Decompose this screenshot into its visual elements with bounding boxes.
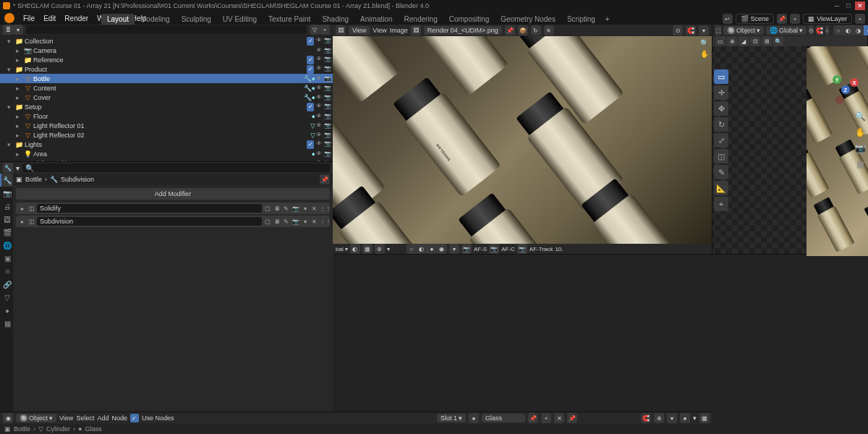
neg-axis[interactable]: [835, 95, 844, 104]
cursor-icon[interactable]: ⊕: [727, 36, 737, 46]
gizmo-3[interactable]: ◑: [854, 25, 864, 35]
transform-tool[interactable]: ◫: [714, 149, 728, 163]
tab-texture-paint[interactable]: Texture Paint: [263, 14, 316, 25]
shading-4[interactable]: ◉: [437, 244, 447, 254]
tab-world[interactable]: 🌐: [0, 239, 13, 252]
tree-cover[interactable]: ▸▽Cover🔧●👁📷: [0, 93, 333, 102]
image-name-field[interactable]: Render 04_<UDIM>.png: [424, 26, 502, 35]
tab-sculpting[interactable]: Sculpting: [176, 14, 217, 25]
search-icon[interactable]: 🔍: [773, 36, 783, 46]
mod-toggle-2[interactable]: 🖥: [273, 218, 281, 225]
tree-content[interactable]: ▸▽Content🔧●👁📷: [0, 83, 333, 93]
material-name-field[interactable]: Glass: [482, 414, 525, 422]
viewlayer-selector[interactable]: ▦ViewLayer: [803, 14, 852, 24]
mod-toggle-1[interactable]: ▢: [263, 205, 271, 212]
mod-toggle-4[interactable]: 📷: [292, 205, 299, 212]
tab-object[interactable]: ▣: [0, 252, 13, 265]
add-tool[interactable]: +: [714, 197, 728, 211]
expand-icon[interactable]: ▸: [18, 218, 26, 225]
tree-product[interactable]: ▾📁Product✓👁📷: [0, 64, 333, 74]
viewport-scene[interactable]: ▭ ✛ ✥ ↻ ⤢ ◫ ✎ 📐 + X Y Z 🔍 ✋ 📷 ▦: [712, 46, 867, 254]
scale-tool[interactable]: ⤢: [714, 133, 728, 148]
x-axis[interactable]: X: [850, 78, 859, 87]
tool-icon-1[interactable]: ◢: [739, 36, 749, 46]
pin-icon[interactable]: 📌: [567, 413, 577, 423]
menu-view[interactable]: View: [59, 414, 73, 422]
tab-geometry-nodes[interactable]: Geometry Nodes: [495, 14, 561, 25]
bc-bottle[interactable]: Bottle: [14, 425, 30, 433]
af-icon-3[interactable]: 📷: [517, 244, 527, 254]
add-workspace-button[interactable]: +: [601, 14, 614, 25]
proportional-icon[interactable]: ○: [825, 25, 829, 35]
y-axis[interactable]: Y: [833, 75, 841, 84]
mod-menu-icon[interactable]: ▾: [301, 205, 309, 212]
new-collection-icon[interactable]: +: [320, 25, 330, 35]
use-nodes-check[interactable]: ✓: [130, 414, 139, 422]
scene-selector[interactable]: 🎬Scene: [736, 14, 775, 24]
tree-reference[interactable]: ▸📁Reference✓👁📷: [0, 55, 333, 64]
bc-mod[interactable]: Subdivision: [61, 176, 94, 183]
overlay-icon[interactable]: ⊕: [375, 244, 385, 254]
bc-obj[interactable]: Bottle: [25, 176, 42, 183]
menu-select[interactable]: Select: [76, 414, 94, 422]
snap-icon[interactable]: 🧲: [686, 25, 696, 35]
shader-type-dropdown[interactable]: 🔘 Object ▾: [16, 414, 56, 422]
mode-icon[interactable]: ▾: [699, 25, 709, 35]
shading-3[interactable]: ●: [427, 244, 437, 254]
af-s-label[interactable]: AF-S: [474, 246, 487, 252]
mod-toggle-4[interactable]: 📷: [292, 218, 299, 225]
mod-delete-icon[interactable]: ✕: [310, 218, 318, 225]
tree-lr1[interactable]: ▸▽Light Reflector 01▽👁📷: [0, 121, 333, 130]
tree-area[interactable]: ▸💡Area●👁📷: [0, 149, 333, 158]
mod-toggle-3[interactable]: ✎: [282, 205, 290, 212]
tab-output[interactable]: 🖨: [0, 200, 13, 213]
editor-type-shader-icon[interactable]: ◉: [3, 413, 13, 423]
shader-mode-2[interactable]: ▦: [699, 413, 710, 423]
tree-setup[interactable]: ▾📁Setup✓👁📷: [0, 102, 333, 111]
blender-logo-icon[interactable]: [4, 13, 14, 23]
footer-mode[interactable]: bal ▾: [336, 246, 348, 252]
tab-layout[interactable]: Layout: [101, 14, 135, 25]
gizmo-2[interactable]: ◐: [843, 25, 854, 35]
pan-icon[interactable]: ✋: [700, 50, 709, 58]
overlay-shader-icon[interactable]: ⊕: [654, 413, 664, 423]
pin-icon[interactable]: 📌: [505, 25, 515, 35]
cursor-tool[interactable]: ✛: [714, 85, 728, 100]
pack-icon[interactable]: 📦: [518, 25, 528, 35]
measure-tool[interactable]: 📐: [714, 181, 728, 195]
tree-floor[interactable]: ▸▽Floor●👁📷: [0, 111, 333, 121]
select-icon[interactable]: ▭: [715, 36, 726, 46]
af-icon-2[interactable]: 📷: [489, 244, 499, 254]
close-button[interactable]: ✕: [855, 1, 865, 10]
gizmo-4[interactable]: ●: [864, 25, 868, 35]
shader-mode-icon[interactable]: ●: [680, 413, 690, 423]
new-mat-icon[interactable]: +: [541, 413, 551, 423]
move-tool[interactable]: ✥: [714, 101, 728, 116]
menu-add[interactable]: Add: [97, 414, 109, 422]
unlink-icon[interactable]: ✕: [544, 25, 554, 35]
persp-icon[interactable]: ▦: [854, 159, 866, 171]
display-mode-icon[interactable]: ▾: [13, 25, 23, 35]
maximize-button[interactable]: □: [843, 1, 854, 10]
pivot-icon[interactable]: ⊙: [673, 25, 683, 35]
filter-icon[interactable]: ▽: [310, 25, 320, 35]
tab-data[interactable]: ▽: [0, 291, 13, 304]
menu-view[interactable]: View: [373, 27, 386, 34]
mode-dropdown[interactable]: 🔘 Object ▾: [723, 26, 764, 35]
tab-modeling[interactable]: Modeling: [135, 14, 176, 25]
view-dropdown[interactable]: View: [349, 26, 370, 35]
tree-lr2[interactable]: ▸▽Light Reflector 02▽👁📷: [0, 130, 333, 140]
browse-image-icon[interactable]: 🖼: [411, 25, 421, 35]
outliner-type-icon[interactable]: ≣: [3, 25, 13, 35]
shading-1[interactable]: ○: [407, 244, 417, 254]
tree-collection[interactable]: ▾📁Collection✓👁📷: [0, 36, 333, 46]
tab-scripting[interactable]: Scripting: [561, 14, 601, 25]
modifier-subdivision[interactable]: ▸ ◫ Subdivision ▢ 🖥 ✎ 📷 ▾ ✕ ⋮⋮: [16, 216, 330, 227]
camera-view-icon[interactable]: 📷: [854, 143, 866, 155]
editor-type-3d-icon[interactable]: ⬚: [715, 25, 721, 35]
props-search[interactable]: 🔍: [22, 163, 330, 172]
props-type-icon[interactable]: 🔧: [3, 163, 13, 173]
mod-toggle-3[interactable]: ✎: [282, 218, 290, 225]
tab-rendering[interactable]: Rendering: [399, 14, 443, 25]
zoom-icon[interactable]: 🔍: [854, 111, 866, 123]
